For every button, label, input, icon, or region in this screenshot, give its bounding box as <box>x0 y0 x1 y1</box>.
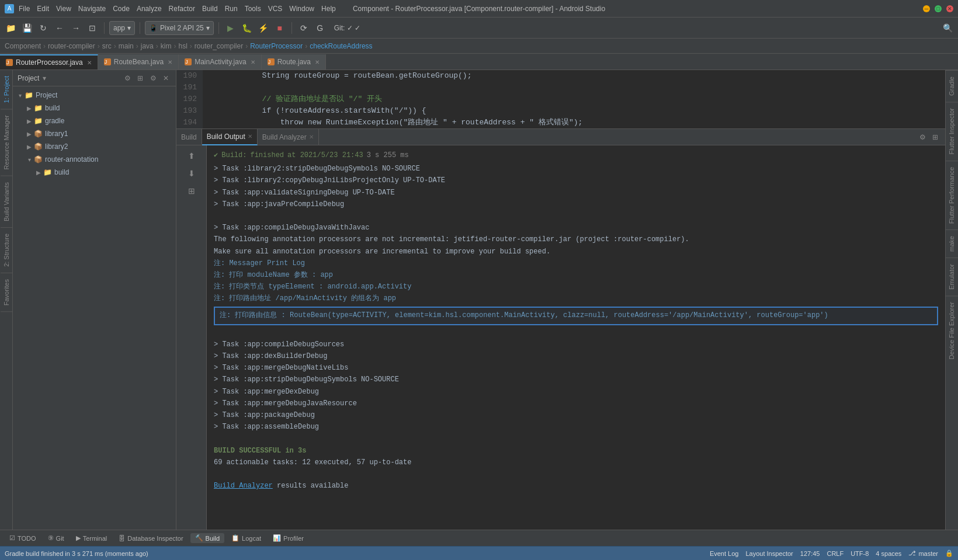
panel-header-actions: ⚙ ⊞ ⚙ ✕ <box>122 73 171 84</box>
build-sidebar-btn1[interactable]: ⬆ <box>183 148 200 164</box>
tab-routebean[interactable]: J RouteBean.java ✕ <box>98 54 179 69</box>
database-inspector-button[interactable]: 🗄 Database Inspector <box>114 534 188 543</box>
logcat-button[interactable]: 📋 Logcat <box>227 533 266 543</box>
menu-help[interactable]: Help <box>321 5 336 13</box>
menu-navigate[interactable]: Navigate <box>78 5 106 13</box>
breadcrumb-check-route[interactable]: checkRouteAddress <box>310 42 372 50</box>
breadcrumb-router-compiler[interactable]: router-compiler <box>48 42 95 50</box>
device-file-explorer-tab[interactable]: Device File Explorer <box>946 295 958 365</box>
terminal-button[interactable]: ▶ Terminal <box>71 533 112 543</box>
profiler-button[interactable]: 📊 Profiler <box>268 533 308 543</box>
minimize-button[interactable]: ─ <box>923 5 930 12</box>
breadcrumb-main[interactable]: main <box>119 42 134 50</box>
breadcrumb-src[interactable]: src <box>102 42 112 50</box>
debug-button[interactable]: 🐛 <box>240 21 254 35</box>
branch-indicator[interactable]: ⎇ master <box>908 549 938 557</box>
build-settings-btn[interactable]: ⚙ <box>917 132 928 142</box>
menu-build[interactable]: Build <box>202 5 218 13</box>
menu-refactor[interactable]: Refactor <box>169 5 195 13</box>
menu-tools[interactable]: Tools <box>245 5 261 13</box>
menu-view[interactable]: View <box>56 5 71 13</box>
save-icon[interactable]: 💾 <box>20 21 34 35</box>
menu-vcs[interactable]: VCS <box>268 5 283 13</box>
forward-icon[interactable]: → <box>69 21 83 35</box>
gear-btn[interactable]: ⚙ <box>148 73 158 84</box>
git-button[interactable]: ⑨ Git <box>43 533 69 543</box>
maximize-button[interactable]: □ <box>935 5 942 12</box>
event-log-button[interactable]: Event Log <box>710 550 739 557</box>
position-indicator[interactable]: 127:45 <box>800 550 820 557</box>
make-tab[interactable]: make <box>946 229 958 258</box>
tab-mainactivity[interactable]: J MainActivity.java ✕ <box>179 54 261 69</box>
build-tab-analyzer[interactable]: Build Analyzer ✕ <box>258 129 319 145</box>
structure-tab[interactable]: 2: Structure <box>1 228 12 273</box>
breadcrumb-router-processor[interactable]: RouterProcessor <box>250 42 303 50</box>
build-variants-tab[interactable]: Build Variants <box>1 176 12 228</box>
build-tab-build[interactable]: Build <box>176 129 202 145</box>
flutter-performance-tab[interactable]: Flutter Performance <box>946 161 958 229</box>
breadcrumb-component[interactable]: Component <box>5 42 41 50</box>
stop-button[interactable]: ■ <box>273 21 287 35</box>
breadcrumb-java[interactable]: java <box>141 42 154 50</box>
tab-close-3[interactable]: ✕ <box>251 59 255 65</box>
menu-file[interactable]: File <box>19 5 30 13</box>
back-icon[interactable]: ← <box>53 21 67 35</box>
tab-close-1[interactable]: ✕ <box>87 60 92 66</box>
project-dropdown-arrow[interactable]: ▾ <box>43 74 46 82</box>
tree-project[interactable]: ▾ 📁 Project <box>13 89 176 102</box>
menu-code[interactable]: Code <box>113 5 130 13</box>
left-strip: 1: Project Resource Manager Build Varian… <box>0 70 13 530</box>
indent-indicator[interactable]: 4 spaces <box>876 550 901 557</box>
menu-window[interactable]: Window <box>289 5 314 13</box>
search-button[interactable]: 🔍 <box>940 21 954 35</box>
resource-manager-tab[interactable]: Resource Manager <box>1 109 12 176</box>
tree-build[interactable]: ▶ 📁 build <box>13 102 176 114</box>
layout-btn[interactable]: ⊞ <box>135 73 145 84</box>
recent-files-icon[interactable]: ⊡ <box>85 21 99 35</box>
tab-close-4[interactable]: ✕ <box>315 59 320 65</box>
tab-close-2[interactable]: ✕ <box>168 59 172 65</box>
tree-router-annotation[interactable]: ▾ 📦 router-annotation <box>13 153 176 166</box>
close-button[interactable]: ✕ <box>946 5 953 12</box>
project-tab[interactable]: 1: Project <box>1 70 12 109</box>
menu-run[interactable]: Run <box>225 5 238 13</box>
menu-edit[interactable]: Edit <box>37 5 49 13</box>
build-sidebar-btn3[interactable]: ⊞ <box>183 183 200 199</box>
tree-library2[interactable]: ▶ 📦 library2 <box>13 140 176 153</box>
gradle-button[interactable]: G <box>313 21 327 35</box>
emulator-tab[interactable]: Emulator <box>946 258 958 295</box>
layout-inspector-button[interactable]: Layout Inspector <box>745 550 793 557</box>
app-dropdown[interactable]: app ▾ <box>109 21 135 35</box>
build-tab-output-close[interactable]: ✕ <box>248 133 252 140</box>
refresh-icon[interactable]: ↻ <box>36 21 50 35</box>
tree-build2[interactable]: ▶ 📁 build <box>13 166 176 179</box>
device-dropdown[interactable]: 📱 Pixel 2 API 25 ▾ <box>145 21 214 35</box>
tree-gradle[interactable]: ▶ 📁 gradle <box>13 114 176 127</box>
analyzer-link[interactable]: Build Analyzer <box>214 482 273 490</box>
sync-button[interactable]: ⟳ <box>297 21 311 35</box>
build-expand-btn[interactable]: ⊞ <box>930 132 940 142</box>
line-ending-indicator[interactable]: CRLF <box>827 550 844 557</box>
build-tab-output[interactable]: Build Output ✕ <box>202 129 258 145</box>
breadcrumb-hsl[interactable]: hsl <box>178 42 187 50</box>
gradle-tab[interactable]: Gradle <box>946 70 958 102</box>
close-panel-btn[interactable]: ✕ <box>161 73 171 84</box>
build-tab-analyzer-close[interactable]: ✕ <box>309 134 314 140</box>
project-title: Project <box>18 74 39 82</box>
tab-router-processor[interactable]: J RouterProcessor.java ✕ <box>0 54 98 69</box>
settings-btn[interactable]: ⚙ <box>122 73 133 84</box>
favorites-tab[interactable]: Favorites <box>1 273 12 312</box>
breadcrumb-kim[interactable]: kim <box>161 42 172 50</box>
menu-analyze[interactable]: Analyze <box>137 5 162 13</box>
folder-icon[interactable]: 📁 <box>4 21 18 35</box>
apply-changes-button[interactable]: ⚡ <box>256 21 270 35</box>
todo-button[interactable]: ☑ TODO <box>5 533 41 543</box>
encoding-indicator[interactable]: UTF-8 <box>851 550 869 557</box>
tree-library1[interactable]: ▶ 📦 library1 <box>13 127 176 140</box>
build-button[interactable]: 🔨 Build <box>190 533 224 543</box>
tab-route[interactable]: J Route.java ✕ <box>262 54 326 69</box>
run-button[interactable]: ▶ <box>224 21 238 35</box>
build-sidebar-btn2[interactable]: ⬇ <box>183 165 200 182</box>
flutter-inspector-tab[interactable]: Flutter Inspector <box>946 102 958 160</box>
breadcrumb-router-compiler2[interactable]: router_compiler <box>195 42 243 50</box>
